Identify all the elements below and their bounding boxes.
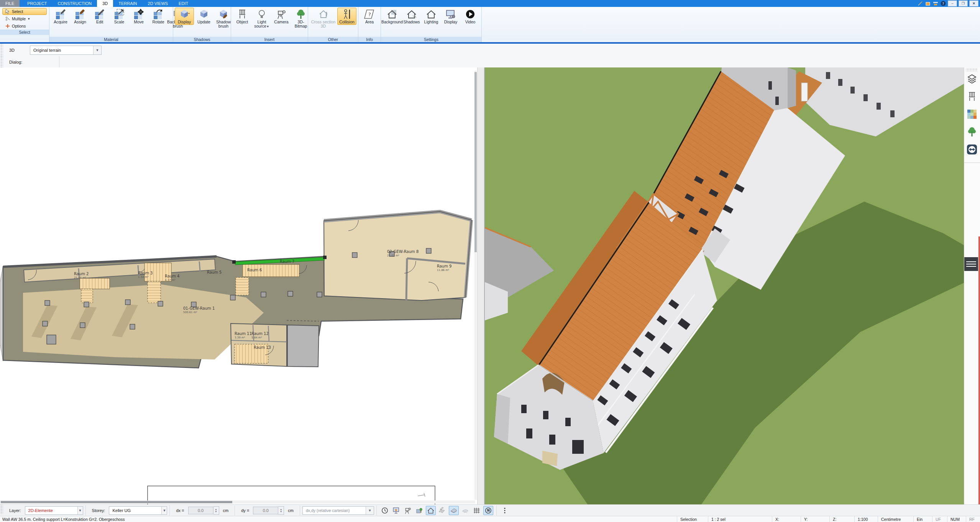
layers-panel-icon[interactable] (967, 74, 977, 84)
settings-background-button[interactable]: Background (382, 8, 402, 25)
panel-grip[interactable] (966, 68, 977, 71)
insert-object-button[interactable]: Object (233, 8, 252, 25)
chevron-down-icon[interactable]: ▼ (93, 46, 101, 54)
toolbar-grip[interactable] (0, 44, 3, 56)
material-assign-button[interactable]: Assign (71, 8, 90, 25)
quick-export-icon[interactable] (932, 1, 939, 6)
tab-construction[interactable]: CONSTRUCTION (53, 0, 97, 7)
scale-indicator[interactable]: 1:100 (854, 516, 878, 522)
tab-edit[interactable]: EDIT (173, 0, 194, 7)
coordinate-mode-value: dx,dy (relative cartesian) (303, 508, 355, 513)
toolbar-grip[interactable] (0, 56, 3, 67)
terrain-select[interactable]: Original terrain ▼ (30, 46, 102, 55)
plants-catalog-icon[interactable] (967, 126, 977, 137)
restore-button[interactable]: ❐ (959, 0, 968, 7)
material-move-button[interactable]: Move (129, 8, 148, 25)
tab-2d-views[interactable]: 2D VIEWS (143, 0, 174, 7)
video-play-icon (465, 9, 476, 20)
unit-indicator[interactable]: Centimetre (878, 516, 913, 522)
dx-unit: cm (219, 508, 233, 513)
select-button[interactable]: Select (2, 8, 47, 15)
tab-file[interactable]: FILE (0, 0, 20, 7)
cross-section-3d-button[interactable]: Cross section 3D (310, 8, 337, 29)
light-bulb-icon (256, 9, 267, 20)
scrollbar-thumb[interactable] (474, 72, 477, 252)
panel-collapse-handle[interactable] (964, 257, 978, 271)
group-label-info: Info (358, 37, 381, 42)
quick-catalog-icon[interactable] (925, 1, 931, 6)
tab-3d[interactable]: 3D (97, 0, 113, 7)
move-icon (133, 9, 144, 20)
multiple-button[interactable]: Multiple▼ (2, 15, 47, 22)
svg-text:Raum 4: Raum 4 (165, 274, 179, 278)
show-objects-button[interactable] (414, 506, 424, 515)
settings-lighting-button[interactable]: Lighting (422, 8, 441, 25)
storey-select[interactable]: Keller UG ▼ (109, 506, 167, 515)
coordinate-mode-select[interactable]: dx,dy (relative cartesian) ▼ (302, 506, 374, 515)
toolbar-grip[interactable] (0, 505, 3, 514)
remote-support-icon[interactable] (967, 144, 977, 155)
settings-display-button[interactable]: Display (441, 8, 460, 25)
chevron-down-icon[interactable]: ▼ (366, 507, 374, 514)
quick-tools-icon[interactable] (917, 1, 923, 6)
shadows-display-button[interactable]: Display (175, 8, 194, 25)
tree-icon (295, 9, 306, 20)
plan-2d-view[interactable]: Raum 225.65 m² Raum 31.34 m² Raum 44.37 … (0, 67, 477, 504)
scrollbar-thumb[interactable] (1, 501, 232, 503)
dy-input[interactable]: 0.0 (253, 507, 278, 514)
plan-room-gew1-floor[interactable] (23, 284, 264, 359)
room-label: Raum 6 (247, 268, 262, 272)
minimize-button[interactable]: – (948, 0, 957, 7)
north-arrow-button[interactable] (483, 506, 493, 515)
plan-lower-rooms[interactable] (231, 320, 319, 367)
dx-input[interactable]: 0.0 (188, 507, 213, 514)
materials-catalog-icon[interactable] (967, 109, 977, 120)
camera-view-button[interactable] (403, 506, 413, 515)
shadows-shadow-brush-button[interactable]: Shadow brush (214, 8, 233, 29)
settings-shadows-button[interactable]: Shadows (402, 8, 421, 25)
show-texture-button[interactable] (437, 506, 447, 515)
help-icon[interactable]: ? (940, 1, 946, 6)
group-label-shadows: Shadows (173, 37, 231, 42)
close-button[interactable]: ✕ (969, 0, 978, 7)
insert-3d-bitmap-button[interactable]: 3D-Bitmap (291, 8, 310, 29)
material-edit-button[interactable]: Edit (90, 8, 109, 25)
plan-vertical-scrollbar[interactable] (474, 71, 477, 500)
material-scale-button[interactable]: Scale (110, 8, 129, 25)
show-grid-button[interactable] (472, 506, 482, 515)
options-button[interactable]: Options (2, 23, 47, 30)
tab-terrain[interactable]: TERRAIN (113, 0, 142, 7)
chevron-down-icon[interactable]: ▼ (77, 507, 83, 514)
show-ceiling-button[interactable] (449, 506, 459, 515)
time-of-day-button[interactable] (380, 506, 390, 515)
settings-video-button[interactable]: Video (461, 8, 480, 25)
monitor-gear-icon (445, 9, 456, 20)
insert-light-source-button[interactable]: Light source▼ (252, 8, 271, 29)
material-acquire-button[interactable]: Acquire (51, 8, 70, 25)
chevron-down-icon[interactable]: ▼ (161, 507, 167, 514)
svg-text:Raum 11: Raum 11 (235, 332, 252, 336)
svg-text:Raum 13: Raum 13 (254, 345, 271, 350)
collision-button[interactable]: Collision (337, 8, 356, 25)
shadows-update-button[interactable]: Update (194, 8, 213, 25)
dy-spinner[interactable]: ▲▼ (278, 506, 284, 515)
render-quality-button[interactable] (391, 506, 401, 515)
show-terrain-contours-button[interactable] (460, 506, 470, 515)
plan-horizontal-scrollbar[interactable] (0, 501, 475, 504)
pane-splitter[interactable] (477, 67, 484, 504)
insert-camera-button[interactable]: Camera (272, 8, 291, 25)
svg-text:Raum 6: Raum 6 (247, 268, 262, 272)
model-3d-view[interactable] (484, 67, 964, 504)
dx-spinner[interactable]: ▲▼ (213, 506, 219, 515)
show-roof-button[interactable] (426, 506, 436, 515)
more-options-button[interactable] (500, 506, 510, 515)
objects-catalog-icon[interactable] (967, 91, 977, 102)
material-rotate-button[interactable]: Rotate (149, 8, 168, 25)
area-button[interactable]: Area (360, 8, 379, 25)
room-label: Raum 13 (254, 345, 271, 350)
tab-project[interactable]: PROJECT (22, 0, 52, 7)
terrain-select-value: Original terrain (30, 48, 82, 53)
layer-select[interactable]: 2D-Elemente ▼ (25, 506, 83, 515)
background-house-icon (387, 9, 397, 20)
svg-text:500.61 m²: 500.61 m² (183, 311, 197, 314)
